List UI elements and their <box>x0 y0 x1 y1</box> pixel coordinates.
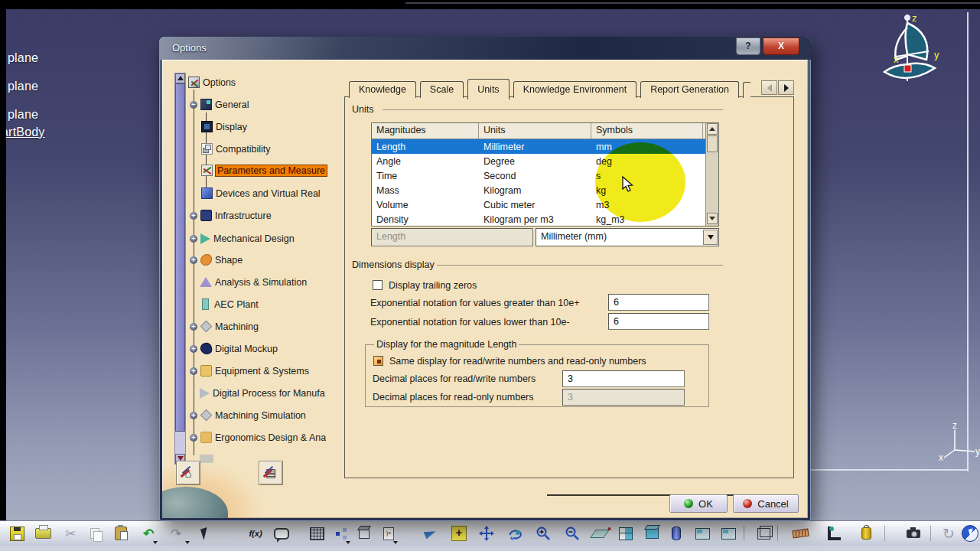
redo-icon[interactable]: ↷ <box>167 524 185 543</box>
undo-icon[interactable]: ↶ <box>139 524 158 543</box>
tree-item-infrastructure[interactable]: +Infrastructure <box>186 208 340 223</box>
view-box-icon[interactable] <box>693 524 711 543</box>
table-scrollbar-thumb[interactable] <box>707 135 718 152</box>
tree-scrollbar[interactable] <box>174 73 186 465</box>
tree-item-machining[interactable]: +Machining <box>186 319 340 334</box>
print-icon[interactable] <box>34 524 52 543</box>
tree-item-equipment-systems[interactable]: +Equipment & Systems <box>186 364 340 378</box>
zoom-out-icon[interactable] <box>563 524 581 543</box>
tree-item-mechanical-design[interactable]: +Mechanical Design <box>186 231 340 246</box>
spec-tree-node-plane-2[interactable]: plane <box>8 80 38 93</box>
copy-icon[interactable] <box>86 524 104 543</box>
tree-item-ergonomics[interactable]: +Ergonomics Design & Ana <box>186 430 340 445</box>
expand-expander-icon[interactable]: + <box>190 412 197 419</box>
annotation-icon[interactable] <box>272 524 291 543</box>
tree-item-shape[interactable]: +Shape <box>186 253 340 267</box>
dropdown-caret-icon[interactable] <box>346 541 350 544</box>
rotate-icon[interactable] <box>506 524 525 543</box>
tree-item-options[interactable]: Options <box>186 75 340 90</box>
zoom-in-icon[interactable] <box>534 524 552 543</box>
select-pointer-icon[interactable] <box>196 524 214 543</box>
fit-all-icon[interactable]: + <box>450 524 468 543</box>
camera-icon[interactable] <box>904 524 923 543</box>
exp-lower-input[interactable] <box>608 313 709 330</box>
cut-icon[interactable]: ✂ <box>61 524 80 543</box>
pan-icon[interactable] <box>477 524 496 543</box>
formula-document-icon[interactable]: )= <box>379 524 398 543</box>
tab-knowledge-environment[interactable]: Knowledge Environment <box>513 81 637 98</box>
tab-scale[interactable]: Scale <box>420 81 464 98</box>
tab-report-generation[interactable]: Report Generation <box>640 81 739 98</box>
tree-item-digital-mockup[interactable]: +Digital Mockup <box>186 341 340 356</box>
expand-expander-icon[interactable]: + <box>190 212 197 220</box>
compass-icon[interactable]: z y x <box>871 11 947 99</box>
multi-view-icon[interactable] <box>617 524 635 543</box>
expand-expander-icon[interactable]: + <box>190 434 197 442</box>
unit-dropdown-button[interactable] <box>703 230 718 245</box>
box-3d-icon[interactable] <box>355 524 373 543</box>
table-scroll-down-button[interactable] <box>707 213 718 224</box>
decimal-rw-input[interactable] <box>562 370 685 387</box>
table-scroll-up-button[interactable] <box>707 123 718 135</box>
tools-home-button[interactable]: ⌂ <box>176 461 200 485</box>
table-row-volume[interactable]: Volume Cubic meter m3 <box>372 197 718 212</box>
table-row-length[interactable]: Length Millimeter mm <box>372 139 718 154</box>
header-units[interactable]: Units <box>479 123 591 139</box>
tree-scrollbar-thumb[interactable] <box>175 83 185 432</box>
tab-units[interactable]: Units <box>467 79 509 99</box>
table-row-density[interactable]: Density Kilogram per m3 kg_m3 <box>372 212 718 227</box>
tools-document-button[interactable]: ▤ <box>259 461 283 485</box>
dropdown-caret-icon[interactable] <box>393 541 398 544</box>
tabs-scroll-left-button[interactable] <box>761 80 777 95</box>
tree-item-compatibility[interactable]: Compatibility <box>186 142 340 156</box>
tree-item-machining-simulation[interactable]: +Machining Simulation <box>186 408 340 422</box>
view-box-2-icon[interactable] <box>719 524 737 543</box>
same-display-checkbox[interactable] <box>373 356 383 366</box>
table-scrollbar[interactable] <box>705 123 718 226</box>
iso-view-icon[interactable] <box>643 524 661 543</box>
header-magnitudes[interactable]: Magnitudes <box>372 123 479 139</box>
tabs-scroll-right-button[interactable] <box>778 80 794 95</box>
tree-item-parameters-and-measure[interactable]: Parameters and Measure <box>186 163 340 178</box>
caliper-icon[interactable] <box>825 524 843 543</box>
exp-greater-input[interactable] <box>608 294 709 311</box>
table-row-mass[interactable]: Mass Kilogram kg <box>372 183 718 197</box>
expand-expander-icon[interactable]: + <box>190 323 197 331</box>
display-trailing-zeros-checkbox[interactable] <box>373 280 383 290</box>
dropdown-caret-icon[interactable] <box>185 541 190 544</box>
paste-icon[interactable] <box>112 524 130 543</box>
function-icon[interactable]: f(x) <box>246 524 265 543</box>
collapse-expander-icon[interactable]: − <box>190 101 197 109</box>
tree-item-devices-virtual-reality[interactable]: Devices and Virtual Real <box>186 186 340 201</box>
link-refresh-icon[interactable]: ↻ <box>939 524 958 543</box>
expand-expander-icon[interactable]: + <box>190 367 197 375</box>
tree-item-analysis-simulation[interactable]: Analysis & Simulation <box>186 275 340 289</box>
weight-icon[interactable] <box>857 524 875 543</box>
dialog-titlebar[interactable]: Options ? X <box>159 37 811 60</box>
cancel-button[interactable]: Cancel <box>733 494 799 513</box>
tree-item-general[interactable]: −General <box>186 97 340 112</box>
header-symbols[interactable]: Symbols <box>591 123 703 139</box>
dropdown-caret-icon[interactable] <box>153 541 158 544</box>
tab-knowledge[interactable]: Knowledge <box>349 81 416 98</box>
tree-item-digital-process[interactable]: Digital Process for Manufa <box>186 386 340 400</box>
spec-tree-node-plane-3[interactable]: plane <box>8 108 38 122</box>
normal-view-icon[interactable] <box>591 524 609 543</box>
save-icon[interactable] <box>8 524 26 543</box>
tree-item-aec-plant[interactable]: AEC Plant <box>186 297 340 311</box>
help-button[interactable]: ? <box>736 37 760 55</box>
close-button[interactable]: X <box>763 37 799 55</box>
select-hand-icon[interactable] <box>961 524 979 543</box>
spec-tree-node-partbody[interactable]: artBody <box>2 126 45 139</box>
table-row-time[interactable]: Time Second s <box>372 168 718 183</box>
structure-tree-icon[interactable] <box>332 524 350 543</box>
tree-item-display[interactable]: Display <box>186 119 340 134</box>
unit-dropdown[interactable]: Millimeter (mm) <box>536 228 719 246</box>
expand-expander-icon[interactable]: + <box>190 235 197 243</box>
table-row-angle[interactable]: Angle Degree deg <box>372 154 718 168</box>
ok-button[interactable]: OK <box>669 494 728 513</box>
wireframe-box-icon[interactable] <box>754 524 773 543</box>
shaded-cylinder-icon[interactable] <box>667 524 685 543</box>
expand-expander-icon[interactable]: + <box>190 256 197 264</box>
expand-expander-icon[interactable]: + <box>190 345 197 353</box>
